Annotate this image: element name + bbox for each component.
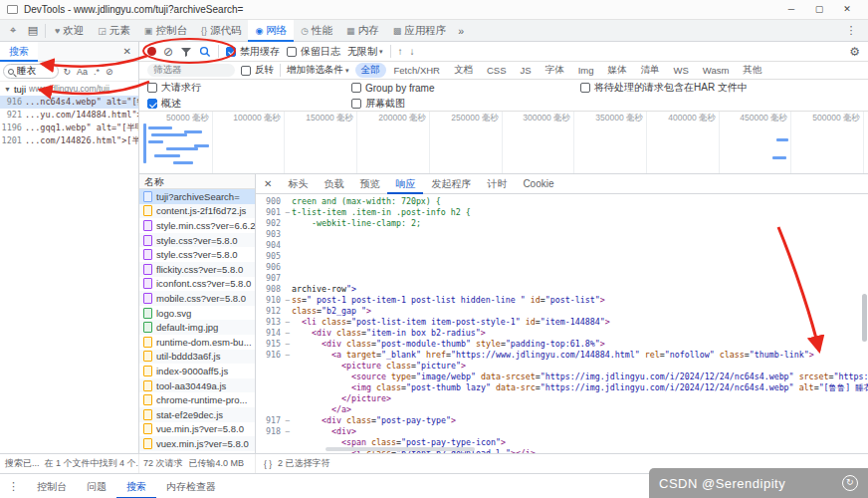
request-row[interactable]: logo.svg	[139, 306, 255, 321]
minimize-button[interactable]: ─	[777, 0, 805, 19]
tab-application[interactable]: ▩应用程序	[386, 20, 454, 42]
drawer-menu-icon[interactable]: ⋮	[0, 480, 27, 493]
filter-chip-文档[interactable]: 文档	[448, 63, 479, 78]
request-row[interactable]: vue.min.js?ver=5.8.0	[139, 422, 255, 437]
request-row[interactable]: stat-ef2e9dec.js	[139, 407, 255, 422]
request-row[interactable]: style.css?ver=5.8.0	[139, 233, 255, 248]
request-row[interactable]: util-bddd3a6f.js	[139, 350, 255, 365]
filter-chip-清单[interactable]: 清单	[634, 63, 665, 78]
request-row[interactable]: content.js-2f1f6d72.js	[139, 204, 255, 219]
devtools-menu-icon[interactable]: ⋮	[841, 24, 861, 37]
request-row[interactable]: iconfont.css?ver=5.8.0	[139, 277, 255, 292]
drawer-tab-search[interactable]: 搜索	[116, 474, 156, 498]
search-panel-close-icon[interactable]: ✕	[116, 46, 138, 57]
request-row[interactable]: style.min.css?ver=6.6.2	[139, 218, 255, 233]
request-row[interactable]: chrome-runtime-pro...	[139, 392, 255, 407]
detail-tab-payload[interactable]: 负载	[316, 174, 351, 194]
search-result-row[interactable]: 1201...com/144826.html">[半甲...	[0, 134, 138, 147]
search-result-row[interactable]: 921...yu.com/144884.html">[鲁...	[0, 109, 138, 122]
request-row[interactable]: runtime-dom.esm-bu...	[139, 335, 255, 350]
detail-tab-response[interactable]: 响应	[387, 174, 423, 194]
request-row[interactable]: style.css?ver=5.8.0	[139, 247, 255, 262]
maximize-button[interactable]: ▢	[805, 0, 833, 19]
checkbox-icon	[351, 83, 361, 93]
filter-chip-Fetch/XHR[interactable]: Fetch/XHR	[388, 64, 446, 77]
css-file-icon	[143, 249, 152, 260]
search-result-row[interactable]: 916...nc64s4.webp" alt="[鲁鲁] 睡衣"	[0, 96, 138, 109]
detail-tab-cookie[interactable]: Cookie	[515, 174, 561, 194]
search-result-file[interactable]: ▼ tuji www.jdlingyu.com/tuji	[0, 82, 138, 96]
clear-search-icon[interactable]: ⊘	[105, 67, 115, 77]
expander-icon[interactable]: ▼	[4, 86, 11, 93]
overview-checkbox[interactable]: 概述	[147, 97, 351, 111]
tab-elements[interactable]: ◲元素	[91, 20, 137, 42]
request-row[interactable]: tuji?archiveSearch=	[139, 189, 255, 204]
tab-welcome[interactable]: ♥欢迎	[48, 20, 91, 42]
filter-chip-Wasm[interactable]: Wasm	[697, 64, 736, 77]
request-row[interactable]: index-9000aff5.js	[139, 364, 255, 378]
detail-tab-timing[interactable]: 计时	[479, 174, 515, 194]
network-search-icon[interactable]	[199, 46, 211, 58]
network-settings-icon[interactable]: ⚙	[849, 45, 860, 59]
clear-network-icon[interactable]: ⊘	[163, 46, 173, 58]
filter-input[interactable]: 筛选器	[147, 64, 235, 77]
horizontal-scrollbar[interactable]	[326, 447, 475, 451]
screenshots-checkbox[interactable]: 屏幕截图	[351, 97, 580, 111]
close-button[interactable]: ✕	[833, 0, 861, 19]
preserve-log-checkbox[interactable]: 保留日志	[287, 45, 340, 59]
window-controls: ─ ▢ ✕	[777, 0, 861, 19]
drawer-tab-memory-inspector[interactable]: 内存检查器	[156, 474, 226, 498]
import-har-icon[interactable]: ↑	[398, 46, 403, 57]
filter-icon[interactable]	[180, 46, 192, 58]
disable-cache-checkbox[interactable]: 禁用缓存	[226, 45, 280, 59]
refresh-icon[interactable]: ↻	[62, 67, 73, 77]
detail-tab-headers[interactable]: 标头	[280, 174, 316, 194]
filter-chip-字体[interactable]: 字体	[540, 63, 570, 78]
detail-tab-initiator[interactable]: 发起程序	[423, 174, 479, 194]
request-row[interactable]: vuex.min.js?ver=5.8.0	[139, 436, 255, 451]
more-filters-dropdown[interactable]: 增加筛选条件 ▾	[287, 64, 349, 77]
search-input[interactable]: 睡衣	[3, 64, 59, 79]
more-tabs-chevron[interactable]: »	[453, 25, 469, 37]
export-har-icon[interactable]: ↓	[410, 46, 415, 57]
regex-icon[interactable]: .*	[93, 67, 102, 77]
drawer-tab-issues[interactable]: 问题	[77, 474, 116, 498]
response-code-view[interactable]: 900creen and (max-width: 720px) {901−t-l…	[256, 194, 868, 453]
search-panel-title[interactable]: 搜索	[0, 42, 38, 62]
filter-chip-WS[interactable]: WS	[667, 64, 694, 77]
record-icon[interactable]	[147, 47, 156, 56]
filter-chip-JS[interactable]: JS	[515, 64, 538, 77]
vertical-scrollbar[interactable]	[862, 294, 867, 342]
request-list-header[interactable]: 名称	[139, 174, 255, 189]
tab-network[interactable]: ◉网络	[248, 20, 294, 42]
big-request-rows-checkbox[interactable]: 大请求行	[147, 81, 351, 95]
drawer-tab-console[interactable]: 控制台	[27, 474, 77, 498]
timeline-label: 100000 毫秒	[233, 113, 284, 124]
filter-chip-其他[interactable]: 其他	[737, 63, 767, 78]
tab-sources[interactable]: {}源代码	[194, 20, 249, 42]
timeline-label: 400000 毫秒	[668, 113, 719, 124]
search-result-row[interactable]: 1196...gqq1.webp" alt="[半甲] 小...	[0, 122, 138, 134]
tab-memory[interactable]: ▦内存	[339, 20, 386, 42]
har-pending-checkbox[interactable]: 将待处理的请求包含在HAR 文件中	[580, 81, 860, 95]
request-row[interactable]: mobile.css?ver=5.8.0	[139, 291, 255, 306]
format-code-icon[interactable]: { }	[264, 459, 272, 469]
request-row[interactable]: default-img.jpg	[139, 320, 255, 335]
detail-tab-preview[interactable]: 预览	[351, 174, 387, 194]
filter-chip-全部[interactable]: 全部	[355, 63, 386, 78]
network-overview-timeline[interactable]: 50000 毫秒100000 毫秒150000 毫秒200000 毫秒25000…	[139, 112, 868, 174]
invert-checkbox[interactable]: 反转	[241, 64, 274, 77]
tab-console[interactable]: ▣控制台	[137, 20, 194, 42]
device-toolbar-icon[interactable]: ▤	[23, 24, 43, 37]
filter-chip-媒体[interactable]: 媒体	[601, 63, 632, 78]
inspect-element-icon[interactable]: ⌖	[3, 24, 23, 37]
request-row[interactable]: flickity.css?ver=5.8.0	[139, 262, 255, 277]
request-row[interactable]: tool-aa30449a.js	[139, 378, 255, 393]
group-by-frame-checkbox[interactable]: Group by frame	[351, 83, 580, 94]
match-case-icon[interactable]: Aa	[76, 67, 90, 77]
filter-chip-Img[interactable]: Img	[572, 64, 600, 77]
tab-performance[interactable]: ◷性能	[294, 20, 339, 42]
close-detail-icon[interactable]: ✕	[256, 178, 280, 189]
throttling-dropdown[interactable]: 无限制 ▾	[347, 45, 383, 59]
filter-chip-CSS[interactable]: CSS	[481, 64, 513, 77]
